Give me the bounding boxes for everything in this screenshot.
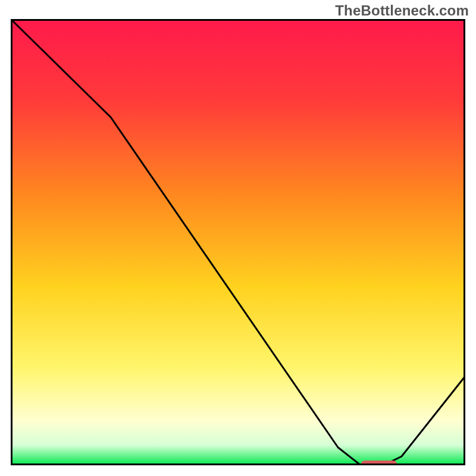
chart-container: TheBottleneck.com <box>0 0 476 476</box>
watermark-text: TheBottleneck.com <box>335 2 469 19</box>
plot-area <box>11 19 465 465</box>
chart-svg <box>11 19 465 465</box>
